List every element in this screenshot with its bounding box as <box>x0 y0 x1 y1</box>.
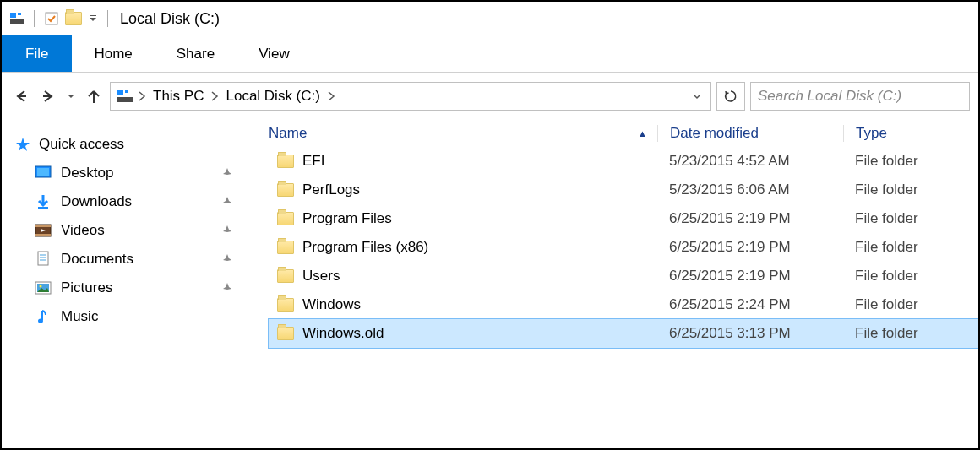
svg-rect-16 <box>38 252 48 265</box>
sidebar-item-label: Pictures <box>61 279 112 296</box>
file-date: 5/23/2015 6:06 AM <box>657 182 843 198</box>
pin-icon <box>221 196 243 208</box>
svg-rect-9 <box>125 90 128 93</box>
drive-icon <box>8 10 25 27</box>
music-icon <box>34 307 52 326</box>
pin-icon <box>221 282 243 294</box>
address-dropdown-icon[interactable] <box>689 91 705 101</box>
tab-share[interactable]: Share <box>155 35 237 72</box>
file-list-area: Name ▲ Date modified Type EFI5/23/2015 4… <box>247 120 978 448</box>
file-date: 5/23/2015 4:52 AM <box>657 153 843 170</box>
file-date: 6/25/2015 2:19 PM <box>657 210 843 227</box>
svg-rect-1 <box>10 13 16 18</box>
file-type: File folder <box>843 325 978 342</box>
breadcrumb-root[interactable]: This PC <box>150 88 207 105</box>
column-header-name[interactable]: Name ▲ <box>269 125 657 142</box>
quick-access-header[interactable]: Quick access <box>14 130 243 159</box>
svg-rect-14 <box>35 225 51 227</box>
ribbon: File Home Share View <box>2 35 978 73</box>
pictures-icon <box>34 279 52 297</box>
breadcrumb-current[interactable]: Local Disk (C:) <box>222 88 323 105</box>
drive-icon <box>116 88 134 105</box>
column-header-date[interactable]: Date modified <box>657 125 843 142</box>
folder-icon <box>277 212 294 225</box>
recent-locations-button[interactable] <box>64 85 78 107</box>
downloads-icon <box>34 192 52 211</box>
sidebar-item-pictures[interactable]: Pictures <box>14 274 243 302</box>
column-headers: Name ▲ Date modified Type <box>247 120 978 147</box>
file-name: Program Files <box>302 210 392 227</box>
window-titlebar: Local Disk (C:) <box>2 2 978 35</box>
desktop-icon <box>34 164 52 182</box>
file-date: 6/25/2015 2:19 PM <box>657 239 843 256</box>
sidebar-item-music[interactable]: Music <box>14 302 243 331</box>
file-row[interactable]: Windows.old6/25/2015 3:13 PMFile folder <box>269 319 978 348</box>
column-label: Name <box>269 125 307 142</box>
file-type: File folder <box>843 268 978 285</box>
videos-icon <box>34 221 52 240</box>
file-list: EFI5/23/2015 4:52 AMFile folderPerfLogs5… <box>247 147 978 348</box>
sidebar-item-documents[interactable]: Documents <box>14 245 243 274</box>
svg-rect-3 <box>46 13 57 24</box>
chevron-right-icon[interactable] <box>138 90 146 102</box>
folder-small-icon[interactable] <box>65 10 82 27</box>
chevron-right-icon[interactable] <box>210 90 219 102</box>
sidebar-item-label: Music <box>61 308 98 325</box>
svg-rect-15 <box>35 234 51 236</box>
sidebar-item-videos[interactable]: Videos <box>14 216 243 245</box>
navigation-bar: This PC Local Disk (C:) Search Local Dis… <box>2 73 978 120</box>
svg-rect-2 <box>18 13 21 15</box>
address-bar[interactable]: This PC Local Disk (C:) <box>110 82 711 111</box>
file-row[interactable]: Users6/25/2015 2:19 PMFile folder <box>269 262 978 290</box>
file-date: 6/25/2015 2:24 PM <box>657 296 843 313</box>
file-row[interactable]: Windows6/25/2015 2:24 PMFile folder <box>269 290 978 319</box>
file-date: 6/25/2015 3:13 PM <box>657 325 843 342</box>
qat-dropdown-icon[interactable] <box>87 14 99 23</box>
folder-icon <box>277 155 294 168</box>
svg-point-23 <box>38 319 43 323</box>
file-row[interactable]: Program Files6/25/2015 2:19 PMFile folde… <box>269 204 978 233</box>
column-label: Date modified <box>670 125 759 141</box>
window-title: Local Disk (C:) <box>120 10 220 28</box>
file-name: Users <box>302 268 340 285</box>
svg-point-22 <box>40 285 42 288</box>
file-row[interactable]: Program Files (x86)6/25/2015 2:19 PMFile… <box>269 233 978 262</box>
documents-icon <box>34 250 52 268</box>
svg-rect-4 <box>90 15 96 16</box>
sidebar-item-downloads[interactable]: Downloads <box>14 187 243 216</box>
up-button[interactable] <box>83 85 105 107</box>
folder-icon <box>277 241 294 254</box>
tab-file[interactable]: File <box>2 35 72 72</box>
chevron-right-icon[interactable] <box>327 90 335 102</box>
column-header-type[interactable]: Type <box>843 125 978 142</box>
pin-icon <box>221 225 243 236</box>
refresh-button[interactable] <box>716 82 745 111</box>
tab-view[interactable]: View <box>237 35 312 72</box>
pin-icon <box>221 167 243 179</box>
file-name: PerfLogs <box>302 182 360 198</box>
sidebar-item-desktop[interactable]: Desktop <box>14 159 243 187</box>
forward-button[interactable] <box>37 85 59 107</box>
search-placeholder: Search Local Disk (C:) <box>758 88 901 105</box>
svg-rect-8 <box>117 90 123 95</box>
properties-icon[interactable] <box>43 10 60 27</box>
file-name: Windows.old <box>302 325 384 342</box>
svg-rect-11 <box>37 168 49 176</box>
file-row[interactable]: EFI5/23/2015 4:52 AMFile folder <box>269 147 978 176</box>
search-input[interactable]: Search Local Disk (C:) <box>750 82 970 111</box>
file-name: Program Files (x86) <box>302 239 428 256</box>
file-name: EFI <box>302 153 324 170</box>
file-type: File folder <box>843 153 978 170</box>
file-type: File folder <box>843 296 978 313</box>
sidebar-item-label: Documents <box>61 251 133 268</box>
back-button[interactable] <box>10 85 32 107</box>
titlebar-divider <box>34 10 35 27</box>
file-row[interactable]: PerfLogs5/23/2015 6:06 AMFile folder <box>269 176 978 204</box>
sidebar-item-label: Downloads <box>61 193 132 210</box>
tab-home[interactable]: Home <box>72 35 154 72</box>
content-area: Quick access Desktop Downloads Vid <box>2 120 978 448</box>
folder-icon <box>277 183 294 197</box>
sidebar-item-label: Desktop <box>61 165 113 182</box>
column-label: Type <box>856 125 887 141</box>
file-type: File folder <box>843 239 978 256</box>
